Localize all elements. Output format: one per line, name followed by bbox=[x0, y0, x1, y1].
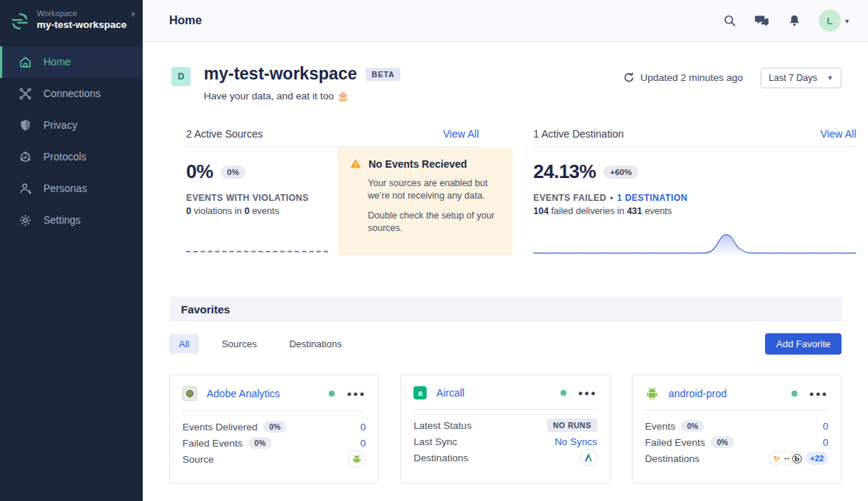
card-menu-icon[interactable]: ●●● bbox=[346, 389, 366, 398]
updated-text: Updated 2 minutes ago bbox=[640, 72, 743, 83]
row-label: Last Sync bbox=[413, 436, 457, 447]
personas-icon bbox=[18, 181, 32, 196]
sidebar-item-label: Settings bbox=[43, 214, 81, 226]
destination-a-logo-icon[interactable] bbox=[580, 449, 597, 466]
row-value-link[interactable]: 0 bbox=[360, 422, 366, 433]
aircall-logo-icon: a bbox=[413, 386, 427, 399]
refresh-icon bbox=[623, 72, 634, 83]
search-icon[interactable] bbox=[722, 13, 738, 29]
user-menu-caret-icon: ▾ bbox=[845, 17, 849, 25]
tab-all[interactable]: All bbox=[169, 334, 199, 354]
card-row: Failed Events 0% 0 bbox=[645, 434, 828, 450]
hero-controls: Updated 2 minutes ago Last 7 Days ▼ bbox=[623, 64, 842, 102]
sidebar-item-protocols[interactable]: Protocols bbox=[0, 141, 143, 173]
favorite-card-aircall: a Aircall ●●● Latest Status NO RUNS Last… bbox=[400, 374, 610, 484]
card-row: Destinations bbox=[413, 450, 597, 466]
select-caret-icon: ▼ bbox=[827, 74, 833, 82]
main-area: Home bbox=[143, 0, 868, 501]
row-value-link[interactable]: 0 bbox=[822, 421, 828, 432]
row-label: Events bbox=[645, 421, 675, 432]
user-avatar[interactable]: L bbox=[819, 10, 841, 32]
tab-sources[interactable]: Sources bbox=[212, 334, 266, 354]
android-logo-icon[interactable] bbox=[348, 450, 366, 468]
row-label: Failed Events bbox=[645, 437, 705, 448]
sidebar-item-label: Home bbox=[43, 56, 71, 68]
tab-destinations[interactable]: Destinations bbox=[280, 334, 352, 354]
warning-body-1: Your sources are enabled but we’re not r… bbox=[368, 177, 501, 202]
card-title-link[interactable]: Aircall bbox=[436, 387, 464, 399]
date-range-select[interactable]: Last 7 Days ▼ bbox=[761, 68, 842, 88]
row-badge: 0% bbox=[711, 436, 733, 448]
row-label: Latest Status bbox=[413, 420, 472, 431]
adobe-analytics-logo-icon bbox=[182, 386, 197, 401]
add-favorite-button[interactable]: Add Favorite bbox=[765, 333, 842, 355]
card-menu-icon[interactable]: ●●● bbox=[578, 388, 597, 397]
row-badge: 0% bbox=[681, 420, 704, 432]
sidebar-item-privacy[interactable]: Privacy bbox=[0, 110, 143, 141]
card-row: Failed Events 0% 0 bbox=[182, 435, 366, 451]
workspace-name: my-test-workspace bbox=[37, 19, 127, 32]
row-value-link[interactable]: 0 bbox=[822, 437, 828, 448]
status-dot bbox=[329, 391, 335, 397]
row-label: Events Delivered bbox=[182, 422, 257, 433]
card-menu-icon[interactable]: ●●● bbox=[809, 389, 828, 398]
home-icon bbox=[18, 54, 32, 69]
card-row: Events Delivered 0% 0 bbox=[182, 419, 366, 435]
card-row: Last Sync No Syncs bbox=[413, 433, 597, 450]
more-destinations-count[interactable]: +22 bbox=[805, 452, 828, 465]
segment-logo-icon bbox=[10, 12, 29, 31]
sources-view-all-link[interactable]: View All bbox=[443, 128, 479, 140]
top-header: Home bbox=[143, 0, 868, 42]
workspace-hero: D my-test-workspace BETA Have your data,… bbox=[169, 64, 842, 102]
settings-icon bbox=[18, 213, 32, 227]
android-logo-icon bbox=[645, 386, 659, 400]
favorites-header-band: Favorites bbox=[169, 296, 842, 321]
workspace-title: my-test-workspace bbox=[204, 64, 357, 84]
favorite-card-adobe-analytics: Adobe Analytics ●●● Events Delivered 0% … bbox=[169, 374, 379, 484]
workspace-switcher[interactable]: Workspace my-test-workspace ▼ bbox=[0, 0, 143, 42]
violations-value: 0% bbox=[186, 160, 213, 183]
beta-badge: BETA bbox=[366, 68, 400, 81]
destinations-header: 1 Active Destination bbox=[533, 128, 624, 140]
divider bbox=[182, 411, 366, 411]
sidebar-item-personas[interactable]: Personas bbox=[0, 173, 143, 205]
sidebar-nav: Home Connections Privacy bbox=[0, 46, 143, 236]
header-actions: L ▾ bbox=[722, 10, 849, 32]
sidebar-item-label: Personas bbox=[43, 182, 87, 194]
updated-status: Updated 2 minutes ago bbox=[623, 72, 743, 83]
violations-delta-badge: 0% bbox=[221, 166, 246, 179]
destination-logos-stack[interactable]: b +22 bbox=[769, 451, 828, 466]
chat-icon[interactable] bbox=[754, 13, 770, 29]
workspace-avatar: D bbox=[171, 67, 191, 86]
content: D my-test-workspace BETA Have your data,… bbox=[143, 42, 868, 501]
row-value-link[interactable]: No Syncs bbox=[555, 436, 597, 447]
notifications-bell-icon[interactable] bbox=[786, 13, 803, 29]
events-failed-label: EVENTS FAILED bbox=[533, 193, 606, 203]
favorites-controls: All Sources Destinations Add Favorite bbox=[169, 333, 842, 355]
destinations-view-all-link[interactable]: View All bbox=[820, 128, 856, 140]
sidebar-item-settings[interactable]: Settings bbox=[0, 205, 143, 236]
violations-stat: 0% 0% EVENTS WITH VIOLATIONS 0 violation… bbox=[186, 147, 328, 255]
app-root: Workspace my-test-workspace ▼ Home bbox=[0, 0, 868, 501]
destination-count-link[interactable]: 1 DESTINATION bbox=[617, 193, 688, 203]
sidebar-item-connections[interactable]: Connections bbox=[0, 78, 143, 110]
row-label: Destinations bbox=[645, 453, 700, 464]
row-value-link[interactable]: 0 bbox=[360, 438, 366, 449]
sidebar-item-home[interactable]: Home bbox=[0, 46, 143, 78]
events-failed-stat: 24.13% +60% EVENTS FAILED • 1 DESTINATIO… bbox=[533, 147, 856, 255]
events-failed-value: 24.13% bbox=[533, 160, 596, 183]
card-row: Events 0% 0 bbox=[645, 418, 828, 434]
favorites-title: Favorites bbox=[181, 303, 230, 316]
card-title-link[interactable]: Adobe Analytics bbox=[207, 388, 280, 399]
sidebar-item-label: Connections bbox=[43, 88, 101, 99]
sources-column: 2 Active Sources View All 0% 0% EVENTS W… bbox=[186, 128, 479, 255]
row-label: Destinations bbox=[413, 452, 468, 463]
user-menu[interactable]: L ▾ bbox=[819, 10, 849, 32]
destinations-sparkline-chart bbox=[533, 232, 856, 255]
row-label: Source bbox=[182, 454, 214, 465]
b-logo-icon: b bbox=[789, 451, 804, 466]
events-failed-subtext: 104 failed deliveries in 431 events bbox=[533, 206, 856, 216]
events-failed-delta-badge: +60% bbox=[603, 166, 638, 179]
card-title-link[interactable]: android-prod bbox=[669, 388, 727, 399]
status-dot bbox=[561, 390, 566, 396]
